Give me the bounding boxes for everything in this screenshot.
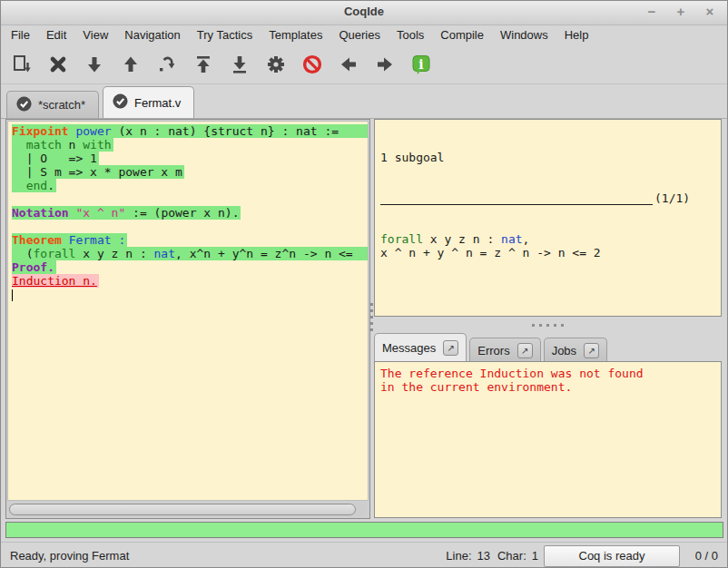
- horizontal-scrollbar[interactable]: [8, 503, 368, 516]
- about-button[interactable]: i: [409, 53, 433, 76]
- step-backward-icon: [120, 54, 142, 75]
- next-icon: [374, 54, 396, 75]
- goal-separator: (1/1): [380, 191, 715, 205]
- maximize-button[interactable]: +: [673, 3, 689, 21]
- code-segment: | S m => x * power x m: [12, 165, 182, 179]
- previous-button[interactable]: [337, 53, 360, 76]
- script-buffer[interactable]: Fixpoint power (x n : nat) {struct n} : …: [7, 121, 369, 501]
- coq-state-button[interactable]: Coq is ready: [544, 545, 680, 567]
- goal-line: x ^ n + y ^ n = z ^ n -> n <= 2: [380, 246, 715, 260]
- sentence-highlight: end.: [12, 179, 56, 192]
- step-forward-icon: [84, 54, 105, 75]
- tab-fermat-v[interactable]: Fermat.v: [103, 86, 194, 118]
- sentence-highlight: match n with: [12, 138, 113, 152]
- menu-queries[interactable]: Queries: [330, 25, 389, 44]
- code-segment: Proof.: [12, 260, 54, 274]
- sentence-highlight: Proof.: [12, 260, 56, 274]
- code-segment: Notation: [12, 206, 69, 220]
- titlebar[interactable]: CoqIde −+×: [1, 1, 727, 25]
- statusbar: Ready, proving Fermat Line: 13 Char: 1 C…: [1, 542, 727, 568]
- code-line: Theorem Fermat :: [12, 233, 368, 247]
- code-segment: Fixpoint: [12, 124, 69, 138]
- go-to-start-icon: [192, 54, 214, 75]
- tab-messages[interactable]: Messages↗: [374, 333, 467, 362]
- tab--scratch-[interactable]: *scratch*: [6, 91, 99, 118]
- tab-label: Messages: [382, 341, 436, 355]
- code-segment: (x n : nat) {struct n} : nat :=: [112, 124, 339, 138]
- close-buffer-button[interactable]: [46, 53, 70, 76]
- tab-label: Fermat.v: [134, 96, 181, 110]
- save-button[interactable]: [10, 53, 34, 76]
- go-to-cursor-icon: [156, 54, 178, 75]
- menu-windows[interactable]: Windows: [492, 25, 556, 44]
- code-segment: x y z n :: [423, 232, 501, 246]
- code-segment: end: [26, 179, 47, 192]
- code-segment: x ^ n + y ^ n = z ^ n -> n <= 2: [380, 246, 601, 260]
- save-icon: [11, 54, 33, 75]
- script-editor-pane[interactable]: Fixpoint power (x n : nat) {struct n} : …: [5, 119, 370, 519]
- menu-tools[interactable]: Tools: [389, 25, 432, 44]
- code-segment: [12, 138, 26, 152]
- close-buffer-icon: [47, 54, 69, 75]
- horizontal-splitter-handle[interactable]: [374, 321, 722, 329]
- text-cursor: [12, 289, 13, 301]
- tab-label: Errors: [477, 344, 509, 357]
- tab-check-icon: [16, 96, 32, 114]
- code-line: end.: [12, 179, 368, 192]
- code-line: [12, 220, 368, 233]
- menu-navigation[interactable]: Navigation: [116, 25, 188, 44]
- message-line: in the current environment.: [380, 380, 715, 394]
- code-segment: forall: [380, 232, 423, 246]
- menu-compile[interactable]: Compile: [432, 25, 492, 44]
- subgoal-count: 1 subgoal: [380, 151, 715, 164]
- tab-jobs[interactable]: Jobs↗: [544, 338, 607, 362]
- code-line: Proof.: [12, 260, 368, 274]
- goal-pane: 1 subgoal (1/1) forall x y z n : nat,x ^…: [374, 119, 722, 317]
- code-line: | O => 1: [12, 152, 368, 165]
- go-to-end-icon: [229, 54, 251, 75]
- scrollbar-thumb[interactable]: [9, 504, 356, 515]
- code-line: [12, 192, 368, 206]
- code-segment: Fermat :: [69, 233, 126, 247]
- window-title: CoqIde: [1, 5, 727, 18]
- step-forward-button[interactable]: [83, 53, 106, 76]
- go-to-cursor-button[interactable]: [155, 53, 179, 76]
- code-segment: := (power x n).: [125, 206, 239, 220]
- code-line: [12, 288, 368, 301]
- menu-edit[interactable]: Edit: [38, 25, 74, 44]
- code-segment: Theorem: [12, 233, 62, 247]
- close-button[interactable]: ×: [702, 3, 718, 21]
- message-line: The reference Induction was not found: [380, 367, 715, 380]
- menu-help[interactable]: Help: [556, 25, 597, 44]
- coqide-window: CoqIde −+× FileEditViewNavigationTry Tac…: [0, 0, 728, 568]
- message-text: The reference Induction was not foundin …: [375, 362, 721, 398]
- code-segment: nat: [154, 247, 175, 260]
- fully-check-button[interactable]: [264, 53, 288, 76]
- next-button[interactable]: [373, 53, 397, 76]
- minimize-button[interactable]: −: [644, 3, 660, 21]
- sentence-highlight: (forall x y z n : nat, x^n + y^n = z^n -…: [12, 247, 368, 260]
- interrupt-button[interactable]: [300, 53, 324, 76]
- code-segment: "x ^ n": [75, 206, 125, 220]
- menu-templates[interactable]: Templates: [261, 25, 330, 44]
- go-to-start-button[interactable]: [192, 53, 215, 76]
- tab-errors[interactable]: Errors↗: [469, 338, 540, 362]
- char-label: Char:: [497, 549, 526, 563]
- detach-icon[interactable]: ↗: [584, 343, 599, 358]
- detach-icon[interactable]: ↗: [443, 340, 458, 356]
- go-to-end-button[interactable]: [228, 53, 251, 76]
- about-icon: i: [410, 54, 432, 75]
- progress-bar: [5, 522, 723, 538]
- tab-label: *scratch*: [38, 98, 85, 112]
- svg-text:i: i: [418, 57, 423, 72]
- status-message: Ready, proving Fermat: [10, 549, 446, 563]
- menu-file[interactable]: File: [3, 25, 38, 44]
- menu-try-tactics[interactable]: Try Tactics: [189, 25, 261, 44]
- code-line: Notation "x ^ n" := (power x n).: [12, 206, 368, 220]
- detach-icon[interactable]: ↗: [517, 343, 533, 358]
- code-segment: forall: [33, 247, 75, 260]
- code-line: Induction n.: [12, 274, 368, 288]
- menu-view[interactable]: View: [74, 25, 116, 44]
- step-backward-button[interactable]: [119, 53, 143, 76]
- menubar: FileEditViewNavigationTry TacticsTemplat…: [1, 24, 728, 45]
